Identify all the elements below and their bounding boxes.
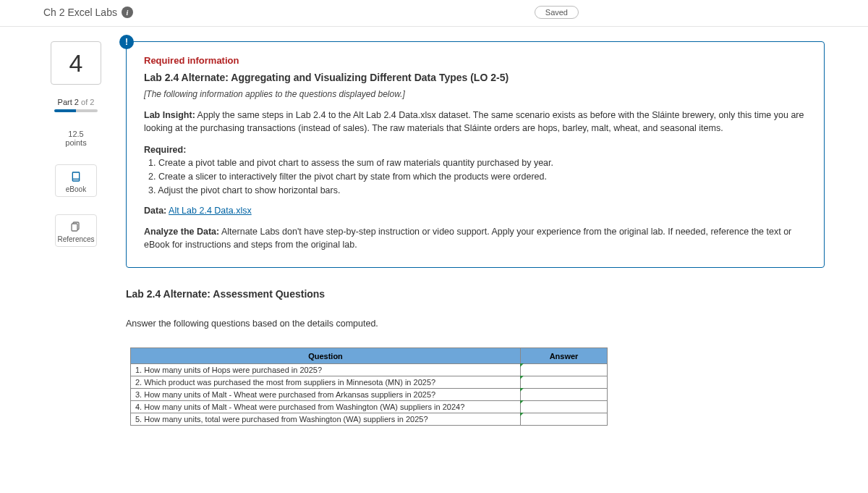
part-indicator: Part 2 of 2 xyxy=(58,98,95,106)
references-icon xyxy=(70,221,82,232)
required-info-heading: Required information xyxy=(144,55,807,66)
data-file-link[interactable]: Alt Lab 2.4 Data.xlsx xyxy=(169,206,252,216)
points-label: points xyxy=(65,138,86,147)
required-item: 2. Create a slicer to interactively filt… xyxy=(148,170,807,184)
question-number: 4 xyxy=(69,49,83,77)
table-row: 5. How many units, total were purchased … xyxy=(131,413,608,426)
question-cell: 5. How many units, total were purchased … xyxy=(131,413,521,426)
ebook-button[interactable]: eBook xyxy=(55,164,97,197)
required-item: 1. Create a pivot table and pivot chart … xyxy=(148,156,807,170)
top-bar: Ch 2 Excel Labs i Saved xyxy=(0,0,868,27)
required-heading: Required: xyxy=(144,145,807,155)
alert-icon: ! xyxy=(119,35,134,49)
svg-rect-0 xyxy=(72,172,79,181)
question-cell: 3. How many units of Malt - Wheat were p… xyxy=(131,389,521,401)
assignment-title-wrap: Ch 2 Excel Labs i xyxy=(43,7,133,18)
table-row: 2. Which product was purchased the most … xyxy=(131,376,608,389)
answer-cell[interactable] xyxy=(521,364,608,376)
svg-rect-3 xyxy=(72,224,77,231)
question-header: Question xyxy=(131,348,521,364)
data-row: Data: Alt Lab 2.4 Data.xlsx xyxy=(144,206,807,216)
answer-header: Answer xyxy=(521,348,608,364)
info-icon[interactable]: i xyxy=(122,7,133,18)
analyze-paragraph: Analyze the Data: Alternate Labs don't h… xyxy=(144,226,807,251)
points-value: 12.5 xyxy=(65,130,86,138)
references-label: References xyxy=(57,235,94,243)
analyze-text: Alternate Labs don't have step-by-step i… xyxy=(144,227,791,250)
question-cell: 4. How many units of Malt - Wheat were p… xyxy=(131,401,521,413)
answer-table: Question Answer 1. How many units of Hop… xyxy=(130,347,608,426)
assessment-title: Lab 2.4 Alternate: Assessment Questions xyxy=(126,288,825,300)
saved-status: Saved xyxy=(535,6,579,19)
applies-note: [The following information applies to th… xyxy=(144,89,807,99)
question-cell: 2. Which product was purchased the most … xyxy=(131,376,521,389)
content-column: ! Required information Lab 2.4 Alternate… xyxy=(126,41,825,426)
lab-title: Lab 2.4 Alternate: Aggregating and Visua… xyxy=(144,72,807,83)
question-number-box: 4 xyxy=(51,41,101,85)
work-area: 4 Part 2 of 2 12.5 points eBook Referenc… xyxy=(0,27,868,455)
lab-insight-lead: Lab Insight: xyxy=(144,110,195,120)
lab-insight-text: Apply the same steps in Lab 2.4 to the A… xyxy=(144,110,804,133)
data-lead: Data: xyxy=(144,206,166,216)
analyze-lead: Analyze the Data: xyxy=(144,227,219,237)
references-button[interactable]: References xyxy=(55,214,97,247)
required-list: 1. Create a pivot table and pivot chart … xyxy=(148,156,807,197)
required-info-card: ! Required information Lab 2.4 Alternate… xyxy=(126,41,825,268)
table-row: 3. How many units of Malt - Wheat were p… xyxy=(131,389,608,401)
answer-cell[interactable] xyxy=(521,389,608,401)
ebook-label: eBook xyxy=(66,185,86,193)
question-sidebar: 4 Part 2 of 2 12.5 points eBook Referenc… xyxy=(43,41,109,426)
lab-insight-paragraph: Lab Insight: Apply the same steps in Lab… xyxy=(144,109,807,135)
assessment-instruction: Answer the following questions based on … xyxy=(126,319,825,329)
table-row: 1. How many units of Hops were purchased… xyxy=(131,364,608,376)
required-item: 3. Adjust the pivot chart to show horizo… xyxy=(148,184,807,198)
table-row: 4. How many units of Malt - Wheat were p… xyxy=(131,401,608,413)
answer-cell[interactable] xyxy=(521,401,608,413)
assignment-title: Ch 2 Excel Labs xyxy=(43,7,117,18)
answer-cell[interactable] xyxy=(521,413,608,426)
points-block: 12.5 points xyxy=(65,130,86,147)
question-cell: 1. How many units of Hops were purchased… xyxy=(131,364,521,376)
book-icon xyxy=(70,171,82,182)
part-progress-bar xyxy=(54,109,98,112)
answer-cell[interactable] xyxy=(521,376,608,389)
